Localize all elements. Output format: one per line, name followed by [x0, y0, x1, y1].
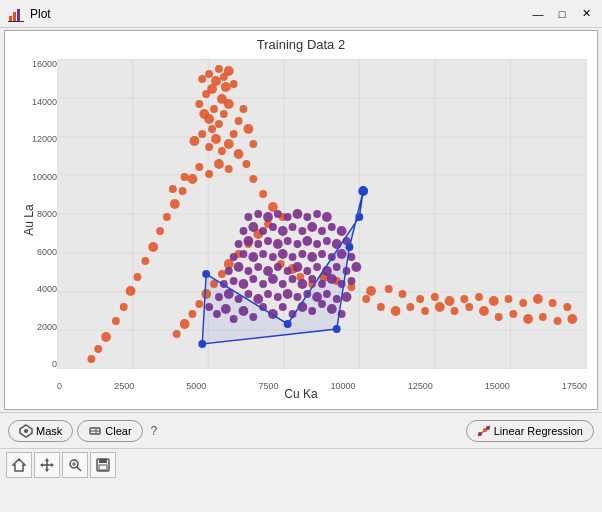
maximize-button[interactable]: □: [554, 6, 570, 22]
svg-point-65: [134, 273, 142, 281]
svg-point-54: [225, 165, 233, 173]
svg-point-94: [421, 307, 429, 315]
svg-point-115: [416, 295, 424, 303]
linear-regression-button[interactable]: Linear Regression: [466, 420, 594, 442]
svg-point-68: [112, 317, 120, 325]
svg-point-104: [567, 314, 577, 324]
svg-point-209: [248, 222, 258, 232]
svg-point-28: [198, 75, 206, 83]
svg-point-146: [264, 290, 272, 298]
svg-point-219: [244, 213, 252, 221]
svg-point-61: [163, 213, 171, 221]
svg-point-116: [431, 293, 439, 301]
svg-point-226: [313, 210, 321, 218]
svg-point-231: [284, 320, 292, 328]
bottom-toolbar: Mask Clear ? Linear Regression: [0, 412, 602, 448]
y-axis-ticks: 0 2000 4000 6000 8000 10000 12000 14000 …: [27, 59, 57, 369]
svg-point-98: [479, 306, 489, 316]
svg-point-189: [289, 253, 297, 261]
svg-point-122: [519, 299, 527, 307]
svg-point-100: [509, 310, 517, 318]
svg-point-31: [202, 90, 210, 98]
zoom-button[interactable]: [62, 452, 88, 478]
svg-marker-245: [13, 459, 25, 471]
y-tick-8000: 8000: [37, 209, 57, 219]
svg-point-169: [225, 267, 233, 275]
svg-point-170: [234, 262, 244, 272]
svg-point-40: [208, 125, 216, 133]
svg-point-48: [235, 117, 243, 125]
pan-button[interactable]: [34, 452, 60, 478]
clear-button[interactable]: Clear: [77, 420, 142, 442]
chart-svg[interactable]: [57, 59, 587, 369]
svg-point-37: [224, 99, 234, 109]
svg-point-55: [214, 159, 224, 169]
svg-point-196: [235, 240, 243, 248]
svg-point-69: [101, 332, 111, 342]
svg-point-89: [173, 330, 181, 338]
svg-point-237: [24, 429, 28, 433]
save-icon: [96, 458, 110, 472]
y-tick-14000: 14000: [32, 97, 57, 107]
svg-point-42: [205, 143, 213, 151]
mask-button[interactable]: Mask: [8, 420, 73, 442]
svg-point-174: [274, 263, 282, 271]
svg-point-27: [221, 82, 231, 92]
svg-point-192: [318, 250, 326, 258]
svg-point-234: [346, 243, 354, 251]
svg-point-173: [263, 266, 273, 276]
svg-point-44: [224, 139, 234, 149]
svg-point-73: [169, 185, 177, 193]
window-controls: — □ ✕: [530, 6, 594, 22]
svg-point-163: [297, 279, 307, 289]
svg-point-201: [284, 237, 292, 245]
svg-point-186: [259, 250, 267, 258]
svg-point-36: [220, 110, 228, 118]
home-button[interactable]: [6, 452, 32, 478]
zoom-icon: [68, 458, 82, 472]
y-tick-16000: 16000: [32, 59, 57, 69]
svg-line-253: [77, 467, 81, 471]
svg-point-227: [322, 212, 332, 222]
close-button[interactable]: ✕: [578, 6, 594, 22]
svg-point-162: [289, 275, 297, 283]
svg-point-182: [351, 262, 361, 272]
svg-point-210: [259, 227, 267, 235]
svg-point-39: [199, 109, 209, 119]
svg-point-187: [269, 253, 277, 261]
svg-point-158: [249, 275, 257, 283]
eraser-icon: [88, 424, 102, 438]
svg-point-235: [333, 325, 341, 333]
svg-point-202: [294, 240, 302, 248]
y-tick-12000: 12000: [32, 134, 57, 144]
svg-point-125: [563, 303, 571, 311]
svg-rect-2: [17, 9, 20, 21]
svg-point-123: [533, 294, 543, 304]
svg-point-96: [451, 307, 459, 315]
nav-bar: [0, 448, 602, 480]
plot-title: Training Data 2: [5, 31, 597, 52]
svg-point-230: [202, 270, 210, 278]
svg-point-50: [243, 124, 253, 134]
svg-point-107: [366, 286, 376, 296]
svg-point-92: [391, 306, 401, 316]
svg-point-147: [274, 293, 282, 301]
save-button[interactable]: [90, 452, 116, 478]
minimize-button[interactable]: —: [530, 6, 546, 22]
pan-icon: [40, 458, 54, 472]
plot-icon: [8, 6, 24, 22]
svg-point-29: [224, 66, 234, 76]
mask-icon: [19, 424, 33, 438]
help-label[interactable]: ?: [151, 424, 158, 438]
svg-point-149: [294, 293, 302, 301]
svg-marker-251: [51, 463, 54, 467]
svg-point-183: [230, 253, 238, 261]
svg-point-30: [230, 80, 238, 88]
svg-point-211: [269, 223, 277, 231]
svg-point-215: [307, 222, 317, 232]
svg-point-205: [323, 237, 331, 245]
svg-point-188: [278, 249, 288, 259]
svg-rect-3: [8, 21, 24, 22]
svg-point-49: [240, 105, 248, 113]
svg-point-75: [259, 190, 267, 198]
